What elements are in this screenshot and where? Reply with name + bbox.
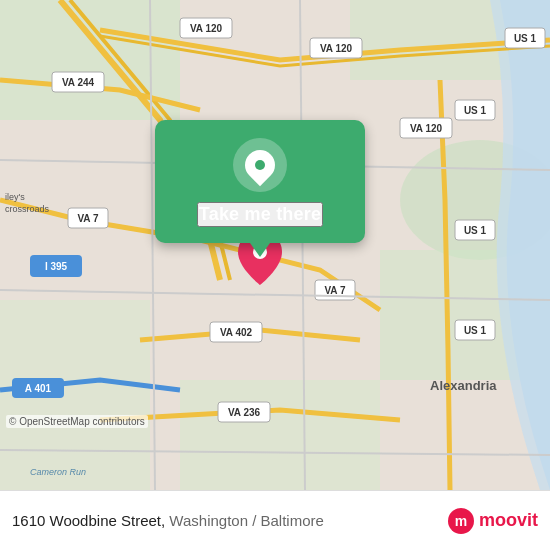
moovit-logo: m moovit <box>447 507 538 535</box>
svg-text:US 1: US 1 <box>514 33 537 44</box>
svg-text:A 401: A 401 <box>25 383 52 394</box>
address-street: 1610 Woodbine Street, <box>12 512 165 529</box>
svg-text:US 1: US 1 <box>464 225 487 236</box>
address-text: 1610 Woodbine Street, Washington / Balti… <box>12 512 437 529</box>
svg-text:VA 402: VA 402 <box>220 327 253 338</box>
svg-text:US 1: US 1 <box>464 325 487 336</box>
svg-text:iley's: iley's <box>5 192 25 202</box>
svg-text:crossroads: crossroads <box>5 204 50 214</box>
svg-text:VA 7: VA 7 <box>77 213 99 224</box>
svg-text:VA 7: VA 7 <box>324 285 346 296</box>
svg-text:m: m <box>455 513 467 529</box>
bottom-bar: 1610 Woodbine Street, Washington / Balti… <box>0 490 550 550</box>
svg-text:VA 120: VA 120 <box>410 123 443 134</box>
svg-text:Cameron Run: Cameron Run <box>30 467 86 477</box>
map-container: I 395 VA 120 VA 120 VA 244 VA 7 VA 7 US … <box>0 0 550 490</box>
map-attribution: © OpenStreetMap contributors <box>6 415 148 428</box>
location-pin-icon <box>233 138 287 192</box>
popup-card: Take me there <box>155 120 365 243</box>
svg-rect-6 <box>180 380 380 490</box>
svg-text:VA 244: VA 244 <box>62 77 95 88</box>
address-city: Washington / Baltimore <box>169 512 324 529</box>
svg-text:I 395: I 395 <box>45 261 68 272</box>
svg-text:US 1: US 1 <box>464 105 487 116</box>
take-me-there-button[interactable]: Take me there <box>197 202 323 227</box>
location-pin-inner <box>239 144 281 186</box>
svg-text:Alexandria: Alexandria <box>430 378 497 393</box>
moovit-brand-icon: m <box>447 507 475 535</box>
moovit-brand-text: moovit <box>479 510 538 531</box>
svg-text:VA 236: VA 236 <box>228 407 261 418</box>
svg-text:VA 120: VA 120 <box>320 43 353 54</box>
svg-text:VA 120: VA 120 <box>190 23 223 34</box>
